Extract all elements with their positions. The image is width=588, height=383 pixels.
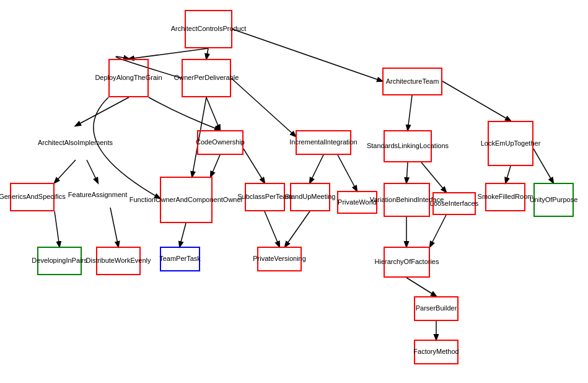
svg-line-2 — [232, 29, 382, 81]
incremental-integration: IncrementalIntegration — [296, 130, 351, 155]
parser-builder: ParserBuilder — [414, 296, 459, 321]
svg-line-11 — [244, 149, 265, 183]
svg-line-20 — [180, 223, 186, 247]
private-versioning: PrivateVersioning — [257, 247, 302, 271]
generics-and-specifics: GenericsAndSpecifics — [10, 183, 55, 211]
hierarchy-of-factories: HierarchyOfFactories — [384, 247, 430, 278]
lock-em-up-together: LockEmUpTogether — [488, 121, 533, 166]
code-ownership: CodeOwnership — [197, 130, 244, 155]
svg-line-4 — [206, 97, 220, 130]
diagram-canvas: ArchitectControlsProductDeployAlongTheGr… — [0, 0, 588, 383]
svg-line-21 — [265, 211, 279, 247]
svg-line-8 — [55, 160, 76, 183]
developing-in-pairs: DevelopingInPairs — [37, 247, 82, 275]
distribute-work-evenly: DistributeWorkEvenly — [96, 247, 141, 275]
svg-line-12 — [310, 155, 323, 183]
svg-line-0 — [129, 48, 208, 59]
stand-up-meeting: StandUpMeeting — [290, 183, 330, 211]
unity-of-purpose: UnityOfPurpose — [533, 183, 574, 217]
variation-behind-interface: VariationBehindInterface — [384, 183, 430, 217]
svg-line-18 — [55, 211, 59, 247]
architect-controls-product: ArchitectControlsProduct — [185, 10, 232, 48]
team-per-task: TeamPerTask — [160, 247, 200, 271]
architecture-team: ArchitectureTeam — [382, 68, 442, 95]
feature-assignment: FeatureAssignment — [74, 183, 121, 208]
svg-line-16 — [506, 166, 511, 183]
svg-line-25 — [406, 278, 436, 296]
loose-interfaces: LooseInterfaces — [432, 192, 476, 215]
svg-line-13 — [338, 155, 357, 191]
function-owner-and-component-owner: FunctionOwnerAndComponentOwner — [160, 177, 213, 223]
svg-line-5 — [231, 78, 296, 136]
svg-line-10 — [211, 155, 220, 177]
architect-also-implements: ArchitectAlsoImplements — [52, 126, 99, 160]
svg-line-6 — [408, 95, 412, 130]
owner-per-deliverable: OwnerPerDeliverable — [182, 59, 231, 97]
svg-line-17 — [533, 149, 553, 183]
factory-method: FactoryMethod — [414, 340, 459, 364]
svg-line-9 — [87, 160, 98, 183]
subclass-per-team: SubclassPerTeam — [245, 183, 285, 211]
svg-line-24 — [430, 215, 446, 247]
svg-line-19 — [110, 208, 118, 247]
standards-linking-locations: StandardsLinkingLocations — [384, 130, 432, 162]
svg-line-3 — [76, 97, 129, 126]
smoke-filled-room: SmokeFilledRoom — [485, 183, 525, 211]
svg-line-22 — [285, 211, 310, 247]
svg-line-1 — [206, 48, 208, 59]
svg-line-7 — [442, 81, 511, 121]
deploy-along-the-grain: DeployAlongTheGrain — [108, 59, 149, 97]
svg-line-14 — [406, 162, 408, 183]
